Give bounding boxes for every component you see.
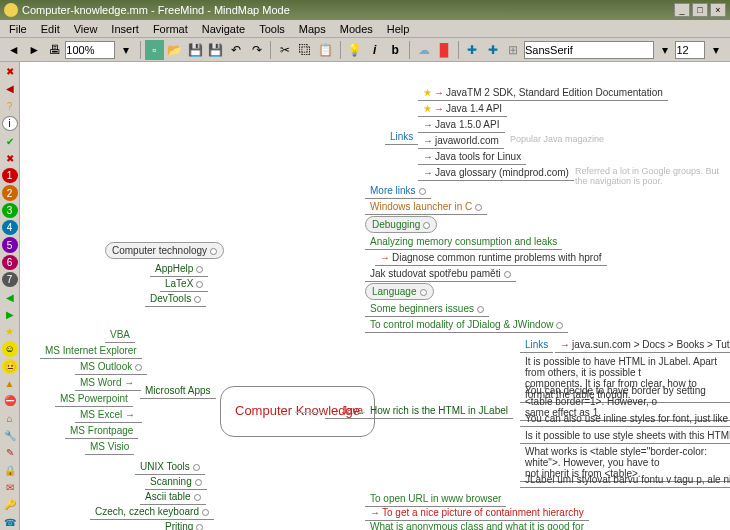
menu-format[interactable]: Format <box>146 21 195 37</box>
remove-icon[interactable]: ✖ <box>2 64 18 79</box>
msvisio-node[interactable]: MS Visio <box>85 440 134 455</box>
copy-button[interactable]: ⿻ <box>296 40 315 60</box>
menu-maps[interactable]: Maps <box>292 21 333 37</box>
back-icon[interactable]: ◀ <box>2 289 18 304</box>
print-button[interactable]: 🖶 <box>45 40 64 60</box>
expand-icon[interactable] <box>420 289 427 296</box>
info-icon[interactable]: i <box>2 116 18 131</box>
expand-icon[interactable] <box>135 364 142 371</box>
language-node[interactable]: Language <box>365 283 434 300</box>
expand-icon[interactable] <box>477 306 484 313</box>
pri4-icon[interactable]: 4 <box>2 220 18 235</box>
expand-icon[interactable] <box>194 296 201 303</box>
home-icon[interactable]: ⌂ <box>2 411 18 426</box>
devtools-node[interactable]: DevTools <box>145 292 206 307</box>
menu-modes[interactable]: Modes <box>333 21 380 37</box>
pri7-icon[interactable]: 7 <box>2 272 18 287</box>
msword-node[interactable]: MS Word → <box>75 376 141 391</box>
vba-node[interactable]: VBA <box>105 328 135 343</box>
stop-icon[interactable]: ⛔ <box>2 393 18 408</box>
expand-icon[interactable] <box>193 464 200 471</box>
priting-node[interactable]: Priting <box>160 520 208 530</box>
expand-icon[interactable] <box>556 322 563 329</box>
smile-icon[interactable]: ☺ <box>2 341 18 356</box>
rich-links-node[interactable]: Links <box>520 338 553 353</box>
links-node[interactable]: Links <box>385 130 418 145</box>
rich-5[interactable]: JLabel umí stylovat barvu fontu v tagu p… <box>520 473 730 488</box>
expand-icon[interactable] <box>196 524 203 530</box>
pri1-icon[interactable]: 1 <box>2 168 18 183</box>
anonclass-node[interactable]: What is anonymous class and what it is g… <box>365 520 589 530</box>
cut-button[interactable]: ✂ <box>275 40 294 60</box>
open-button[interactable]: 📂 <box>165 40 184 60</box>
openurl-node[interactable]: To open URL in www browser <box>365 492 506 507</box>
minimize-button[interactable]: _ <box>674 3 690 17</box>
flag-icon[interactable]: ◀ <box>2 81 18 96</box>
mail-icon[interactable]: ✉ <box>2 480 18 495</box>
debugging-node[interactable]: Debugging <box>365 216 437 233</box>
beginners-node[interactable]: Some beginners issues <box>365 302 489 317</box>
winlauncher-node[interactable]: Windows launcher in C <box>365 200 487 215</box>
memory-node[interactable]: Analyzing memory consumption and leaks <box>365 235 562 250</box>
msie-node[interactable]: MS Internet Explorer <box>40 344 142 359</box>
more-links-node[interactable]: More links <box>365 184 431 199</box>
help-icon[interactable]: ? <box>2 99 18 114</box>
menu-file[interactable]: File <box>2 21 34 37</box>
expand-icon[interactable] <box>194 494 201 501</box>
link-item-4[interactable]: →Java tools for Linux <box>418 150 526 165</box>
node-add-icon[interactable]: ✚ <box>463 40 482 60</box>
font-select[interactable] <box>524 41 654 59</box>
expand-icon[interactable] <box>423 222 430 229</box>
menu-view[interactable]: View <box>67 21 105 37</box>
fontsize-dropdown[interactable]: ▾ <box>706 40 725 60</box>
expand-icon[interactable] <box>202 509 209 516</box>
new-button[interactable]: ▫ <box>145 40 164 60</box>
caution-icon[interactable]: ▲ <box>2 376 18 391</box>
idea-icon[interactable]: 💡 <box>345 40 364 60</box>
link-item-2[interactable]: →Java 1.5.0 API <box>418 118 505 133</box>
msapps-node[interactable]: Microsoft Apps <box>140 384 216 399</box>
containment-node[interactable]: →To get a nice picture of containment hi… <box>365 506 589 521</box>
link-item-3[interactable]: →javaworld.com <box>418 134 504 149</box>
fwd-icon[interactable]: ▶ <box>2 307 18 322</box>
menu-tools[interactable]: Tools <box>252 21 292 37</box>
menu-help[interactable]: Help <box>380 21 417 37</box>
ascii-node[interactable]: Ascii table <box>140 490 206 505</box>
mspp-node[interactable]: MS Powerpoint <box>55 392 133 407</box>
saveas-button[interactable]: 💾 <box>206 40 225 60</box>
maximize-button[interactable]: □ <box>692 3 708 17</box>
rich-2[interactable]: You can also use inline styles for font,… <box>520 412 730 427</box>
mindmap-canvas[interactable]: Computer Knowledge →Java Links ★→JavaTM … <box>20 62 730 530</box>
redo-button[interactable]: ↷ <box>247 40 266 60</box>
menu-edit[interactable]: Edit <box>34 21 67 37</box>
expand-icon[interactable] <box>419 188 426 195</box>
menu-insert[interactable]: Insert <box>104 21 146 37</box>
msfp-node[interactable]: MS Frontpage <box>65 424 138 439</box>
expand-icon[interactable] <box>195 479 202 486</box>
tick-icon[interactable]: ✔ <box>2 133 18 148</box>
phone-icon[interactable]: ☎ <box>2 515 18 530</box>
expand-icon[interactable] <box>475 204 482 211</box>
expand-icon[interactable] <box>196 266 203 273</box>
expand-icon[interactable] <box>196 281 203 288</box>
back-button[interactable]: ◄ <box>4 40 23 60</box>
zoom-dropdown[interactable]: ▾ <box>116 40 135 60</box>
neutral-icon[interactable]: 😐 <box>2 359 18 374</box>
italic-button[interactable]: i <box>365 40 384 60</box>
zoom-input[interactable] <box>65 41 115 59</box>
bold-button[interactable]: b <box>385 40 404 60</box>
cross-icon[interactable]: ✖ <box>2 151 18 166</box>
undo-button[interactable]: ↶ <box>226 40 245 60</box>
pen-icon[interactable]: ✎ <box>2 445 18 460</box>
forward-button[interactable]: ► <box>24 40 43 60</box>
cloud-button[interactable]: ☁ <box>414 40 433 60</box>
pri5-icon[interactable]: 5 <box>2 237 18 252</box>
font-dropdown[interactable]: ▾ <box>655 40 674 60</box>
node-add2-icon[interactable]: ✚ <box>483 40 502 60</box>
apphelp-node[interactable]: AppHelp <box>150 262 208 277</box>
rich-3[interactable]: Is it possible to use style sheets with … <box>520 429 730 444</box>
link-item-1[interactable]: ★→Java 1.4 API <box>418 102 507 117</box>
comptech-node[interactable]: Computer technology <box>105 242 224 259</box>
key-icon[interactable]: 🔑 <box>2 497 18 512</box>
pri2-icon[interactable]: 2 <box>2 185 18 200</box>
